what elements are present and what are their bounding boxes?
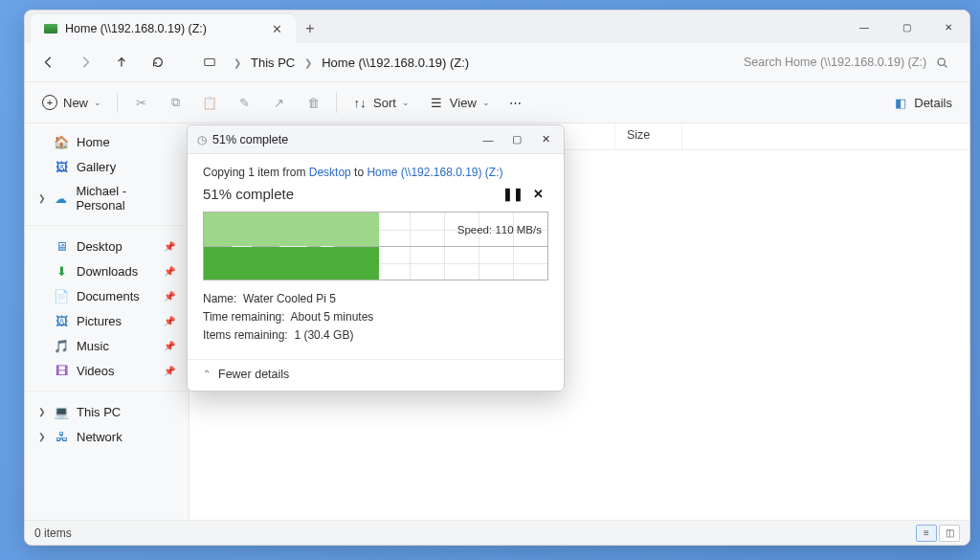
tab-current[interactable]: Home (\\192.168.0.19) (Z:) ✕ xyxy=(31,14,296,43)
sidebar-item-thispc[interactable]: ❯💻This PC xyxy=(33,399,181,424)
close-button[interactable]: ✕ xyxy=(927,11,969,43)
detail-items: 1 (30.4 GB) xyxy=(294,328,353,342)
share-icon: ↗ xyxy=(271,95,286,110)
sidebar-label: Home xyxy=(77,135,110,149)
search-icon xyxy=(936,56,948,69)
chevron-right-icon: ❯ xyxy=(38,432,46,441)
new-tab-button[interactable]: + xyxy=(296,14,324,43)
from-link[interactable]: Desktop xyxy=(309,166,351,179)
paste-icon: 📋 xyxy=(202,95,217,110)
maximize-button[interactable]: ▢ xyxy=(885,11,927,43)
pin-icon: 📌 xyxy=(164,291,175,302)
titlebar: Home (\\192.168.0.19) (Z:) ✕ + — ▢ ✕ xyxy=(25,11,969,43)
detail-time: About 5 minutes xyxy=(291,310,374,324)
network-icon: 🖧 xyxy=(54,429,69,444)
pin-icon: 📌 xyxy=(164,316,175,326)
column-size[interactable]: Size xyxy=(615,123,682,149)
sidebar-label: Downloads xyxy=(77,264,138,279)
search-input[interactable]: Search Home (\\192.168.0.19) (Z:) xyxy=(736,49,956,76)
sidebar-label: Documents xyxy=(77,289,140,303)
chevron-up-icon: ⌃ xyxy=(203,369,211,379)
share-button[interactable]: ↗ xyxy=(263,88,294,117)
details-pane-button[interactable]: ◧ Details xyxy=(885,88,960,117)
tab-close-icon[interactable]: ✕ xyxy=(272,22,282,36)
rename-icon: ✎ xyxy=(236,95,252,110)
fewer-details-button[interactable]: ⌃ Fewer details xyxy=(188,359,564,391)
dialog-maximize-button[interactable]: ▢ xyxy=(502,126,531,153)
cut-button[interactable]: ✂ xyxy=(125,88,156,117)
plus-circle-icon: + xyxy=(42,95,57,110)
copy-button[interactable]: ⧉ xyxy=(160,88,190,117)
fewer-label: Fewer details xyxy=(218,368,289,381)
search-placeholder: Search Home (\\192.168.0.19) (Z:) xyxy=(744,56,926,69)
icons-view-button[interactable]: ◫ xyxy=(939,525,960,542)
sidebar-item-music[interactable]: 🎵Music📌 xyxy=(33,333,181,358)
new-button[interactable]: + New ⌄ xyxy=(34,88,109,117)
to-link[interactable]: Home (\\192.168.0.19) (Z:) xyxy=(367,166,502,179)
minimize-button[interactable]: — xyxy=(843,11,885,43)
sidebar-label: Videos xyxy=(77,364,115,378)
pc-icon: 💻 xyxy=(54,404,69,419)
sidebar-label: Network xyxy=(77,430,122,444)
tab-title: Home (\\192.168.0.19) (Z:) xyxy=(65,22,207,35)
dialog-minimize-button[interactable]: — xyxy=(474,126,502,153)
sidebar-item-gallery[interactable]: 🖼Gallery xyxy=(33,154,181,179)
sort-button[interactable]: ↑↓ Sort ⌄ xyxy=(345,88,417,117)
chart-bot-fill xyxy=(204,246,379,280)
dialog-close-button[interactable]: ✕ xyxy=(531,126,560,153)
pause-button[interactable]: ❚❚ xyxy=(502,183,523,204)
trash-icon: 🗑 xyxy=(305,95,321,110)
breadcrumb-location[interactable]: Home (\\192.168.0.19) (Z:) xyxy=(318,54,473,72)
view-label: View xyxy=(450,96,477,110)
dialog-title: 51% complete xyxy=(212,133,288,146)
location-icon[interactable] xyxy=(193,48,226,77)
back-button[interactable] xyxy=(33,48,65,77)
chevron-right-icon: ❯ xyxy=(38,193,46,203)
sidebar-label: Pictures xyxy=(77,314,122,328)
sidebar-item-videos[interactable]: 🎞Videos📌 xyxy=(33,358,181,383)
sidebar: 🏠Home 🖼Gallery ❯☁Michael - Personal 🖥Des… xyxy=(25,123,189,520)
chevron-right-icon: ❯ xyxy=(304,57,312,68)
sidebar-item-network[interactable]: ❯🖧Network xyxy=(33,424,181,449)
delete-button[interactable]: 🗑 xyxy=(298,88,328,117)
sidebar-item-desktop[interactable]: 🖥Desktop📌 xyxy=(33,234,181,258)
statusbar: 0 items ≡ ◫ xyxy=(25,520,969,545)
view-button[interactable]: ☰ View ⌄ xyxy=(421,88,498,117)
sidebar-label: Desktop xyxy=(77,239,122,254)
svg-rect-0 xyxy=(205,59,215,66)
copy-details: Name: Water Cooled Pi 5 Time remaining: … xyxy=(203,290,548,346)
dialog-titlebar: ◷ 51% complete — ▢ ✕ xyxy=(188,125,564,154)
breadcrumb[interactable]: ❯ This PC ❯ Home (\\192.168.0.19) (Z:) xyxy=(234,54,732,72)
sidebar-item-downloads[interactable]: ⬇Downloads📌 xyxy=(33,258,181,283)
sidebar-item-personal[interactable]: ❯☁Michael - Personal xyxy=(33,179,181,217)
rename-button[interactable]: ✎ xyxy=(229,88,259,117)
downloads-icon: ⬇ xyxy=(54,263,69,279)
home-icon: 🏠 xyxy=(54,134,69,149)
details-view-button[interactable]: ≡ xyxy=(916,525,937,542)
toolbar: + New ⌄ ✂ ⧉ 📋 ✎ ↗ 🗑 ↑↓ Sort ⌄ ☰ View ⌄ ⋯… xyxy=(25,81,969,123)
sidebar-item-pictures[interactable]: 🖼Pictures📌 xyxy=(33,308,181,333)
refresh-button[interactable] xyxy=(142,48,174,77)
sidebar-item-home[interactable]: 🏠Home xyxy=(33,129,181,154)
item-count: 0 items xyxy=(34,526,72,540)
music-icon: 🎵 xyxy=(54,338,69,353)
sidebar-item-documents[interactable]: 📄Documents📌 xyxy=(33,283,181,308)
chevron-down-icon: ⌄ xyxy=(94,98,101,107)
pin-icon: 📌 xyxy=(164,241,175,252)
up-button[interactable] xyxy=(105,48,138,77)
documents-icon: 📄 xyxy=(54,288,69,303)
forward-button[interactable] xyxy=(69,48,101,77)
paste-button[interactable]: 📋 xyxy=(194,88,225,117)
speed-label: Speed: 110 MB/s xyxy=(457,224,542,235)
copy-dialog: ◷ 51% complete — ▢ ✕ Copying 1 item from… xyxy=(187,124,565,392)
chevron-right-icon: ❯ xyxy=(234,57,241,68)
sidebar-label: Music xyxy=(77,339,109,353)
more-button[interactable]: ⋯ xyxy=(501,88,529,117)
chevron-down-icon: ⌄ xyxy=(482,98,490,107)
detail-name: Water Cooled Pi 5 xyxy=(243,292,336,305)
clock-icon: ◷ xyxy=(197,133,207,146)
pin-icon: 📌 xyxy=(164,366,175,376)
breadcrumb-this-pc[interactable]: This PC xyxy=(247,54,299,72)
cancel-button[interactable]: ✕ xyxy=(527,183,548,204)
details-label: Details xyxy=(914,96,952,110)
